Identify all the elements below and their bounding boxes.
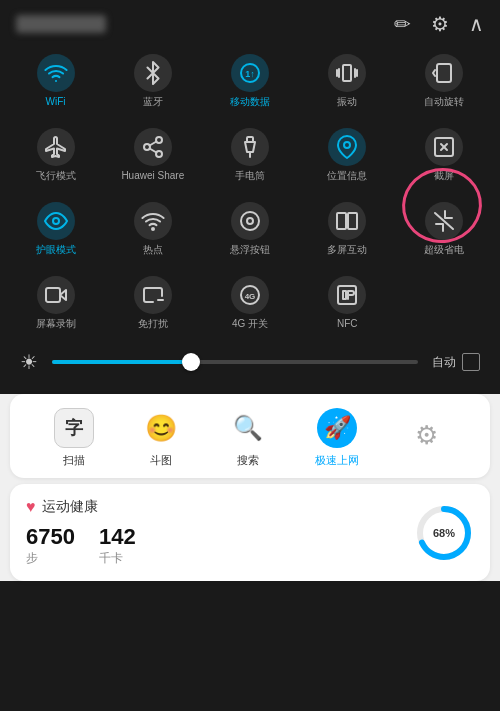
no-disturb-icon	[134, 276, 172, 314]
toggle-floating-btn[interactable]: 悬浮按钮	[202, 192, 297, 264]
svg-rect-2	[343, 65, 351, 81]
health-title-text: 运动健康	[42, 498, 98, 516]
edit-icon[interactable]: ✏	[394, 12, 411, 36]
mobile-data-icon: 1↑	[231, 54, 269, 92]
svg-point-19	[53, 218, 59, 224]
toggle-bluetooth[interactable]: 蓝牙	[105, 44, 200, 116]
svg-line-12	[149, 142, 156, 146]
wifi-icon	[37, 54, 75, 92]
vibrate-icon	[328, 54, 366, 92]
health-percent: 68%	[433, 527, 455, 539]
app-settings[interactable]: ⚙	[406, 416, 446, 461]
app-dougou[interactable]: 😊 斗图	[141, 408, 181, 468]
toggle-multi-screen[interactable]: 多屏互动	[300, 192, 395, 264]
floating-btn-label: 悬浮按钮	[230, 244, 270, 256]
multi-screen-icon	[328, 202, 366, 240]
airplane-label: 飞行模式	[36, 170, 76, 182]
rotate-icon	[425, 54, 463, 92]
health-calories-unit: 千卡	[99, 550, 136, 567]
header-left	[16, 15, 374, 33]
toggle-eye-comfort[interactable]: 护眼模式	[8, 192, 103, 264]
health-right: 68%	[414, 503, 474, 563]
app-search[interactable]: 🔍 搜索	[228, 408, 268, 468]
notification-header: ✏ ⚙ ∧	[0, 0, 500, 44]
app-scan[interactable]: 字 扫描	[54, 408, 94, 468]
svg-text:4G: 4G	[245, 292, 256, 301]
airplane-icon	[37, 128, 75, 166]
toggle-super-save[interactable]: 超级省电	[397, 192, 492, 264]
bluetooth-label: 蓝牙	[143, 96, 163, 108]
multi-screen-label: 多屏互动	[327, 244, 367, 256]
toggle-no-disturb[interactable]: 免打扰	[105, 266, 200, 338]
location-label: 位置信息	[327, 170, 367, 182]
app-speed-net[interactable]: 🚀 极速上网	[315, 408, 359, 468]
health-steps: 6750 步	[26, 524, 75, 567]
svg-point-22	[247, 218, 253, 224]
health-donut-chart: 68%	[414, 503, 474, 563]
super-save-icon	[425, 202, 463, 240]
toggle-screenshot[interactable]: 截屏	[397, 118, 492, 190]
screenshot-label: 截屏	[434, 170, 454, 182]
flashlight-icon	[231, 128, 269, 166]
toggle-rotate[interactable]: 自动旋转	[397, 44, 492, 116]
toggle-hotspot[interactable]: 热点	[105, 192, 200, 264]
dougou-label: 斗图	[150, 453, 172, 468]
health-stats: 6750 步 142 千卡	[26, 524, 414, 567]
location-icon	[328, 128, 366, 166]
vibrate-label: 振动	[337, 96, 357, 108]
dougou-icon: 😊	[141, 408, 181, 448]
4g-icon: 4G	[231, 276, 269, 314]
health-steps-value: 6750	[26, 524, 75, 550]
super-save-label: 超级省电	[424, 244, 464, 256]
settings-icon[interactable]: ⚙	[431, 12, 449, 36]
brightness-auto: 自动	[432, 353, 480, 371]
wifi-label: WiFi	[46, 96, 66, 108]
svg-rect-7	[437, 64, 451, 82]
brightness-auto-checkbox[interactable]	[462, 353, 480, 371]
mobile-data-label: 移动数据	[230, 96, 270, 108]
toggle-screen-record[interactable]: 屏幕录制	[8, 266, 103, 338]
nfc-icon	[328, 276, 366, 314]
no-disturb-label: 免打扰	[138, 318, 168, 330]
hotspot-label: 热点	[143, 244, 163, 256]
brightness-thumb[interactable]	[182, 353, 200, 371]
brightness-row: ☀ 自动	[0, 338, 500, 386]
toggle-airplane[interactable]: 飞行模式	[8, 118, 103, 190]
screen-record-icon	[37, 276, 75, 314]
brightness-icon: ☀	[20, 350, 38, 374]
screen-record-label: 屏幕录制	[36, 318, 76, 330]
search-app-icon: 🔍	[228, 408, 268, 448]
toggle-vibrate[interactable]: 振动	[300, 44, 395, 116]
toggle-4g[interactable]: 4G 4G 开关	[202, 266, 297, 338]
flashlight-label: 手电筒	[235, 170, 265, 182]
svg-rect-24	[348, 213, 357, 229]
brightness-slider[interactable]	[52, 360, 418, 364]
svg-rect-23	[337, 213, 346, 229]
brightness-fill	[52, 360, 191, 364]
bluetooth-icon	[134, 54, 172, 92]
health-left: ♥ 运动健康 6750 步 142 千卡	[26, 498, 414, 567]
scan-label: 扫描	[63, 453, 85, 468]
hotspot-icon	[134, 202, 172, 240]
toggle-wifi[interactable]: WiFi	[8, 44, 103, 116]
scan-icon: 字	[54, 408, 94, 448]
svg-text:1↑: 1↑	[245, 69, 255, 79]
huawei-share-icon	[134, 128, 172, 166]
apps-row: 字 扫描 😊 斗图 🔍 搜索 🚀 极速上网 ⚙	[10, 394, 490, 478]
4g-label: 4G 开关	[232, 318, 268, 330]
collapse-icon[interactable]: ∧	[469, 12, 484, 36]
svg-point-20	[152, 228, 154, 230]
toggle-mobile-data[interactable]: 1↑ 移动数据	[202, 44, 297, 116]
health-calories-value: 142	[99, 524, 136, 550]
speed-net-label: 极速上网	[315, 453, 359, 468]
toggle-nfc[interactable]: NFC	[300, 266, 395, 338]
toggle-huawei-share[interactable]: Huawei Share	[105, 118, 200, 190]
health-title: ♥ 运动健康	[26, 498, 414, 516]
toggle-flashlight[interactable]: 手电筒	[202, 118, 297, 190]
eye-comfort-icon	[37, 202, 75, 240]
health-card: ♥ 运动健康 6750 步 142 千卡	[10, 484, 490, 581]
speed-net-icon: 🚀	[317, 408, 357, 448]
toggle-location[interactable]: 位置信息	[300, 118, 395, 190]
svg-point-21	[241, 212, 259, 230]
apps-settings-icon: ⚙	[406, 416, 446, 456]
